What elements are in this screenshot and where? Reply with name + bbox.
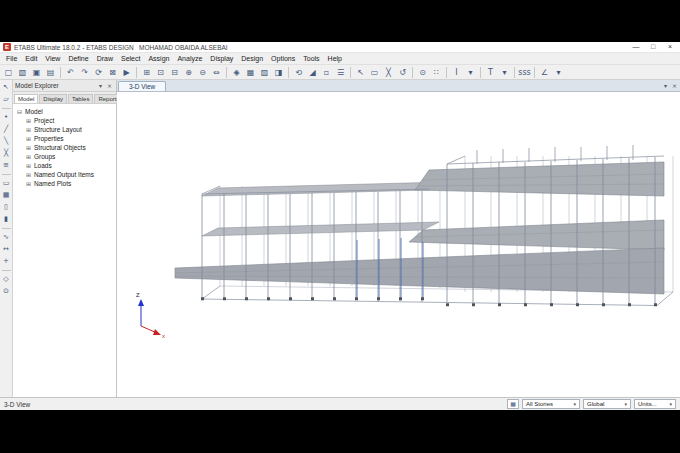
undo-icon[interactable]: ↶ [64, 66, 77, 79]
tree-item[interactable]: ⊞ Properties [25, 134, 116, 143]
menu-item[interactable]: Select [117, 55, 144, 62]
menu-item[interactable]: Analyze [173, 55, 206, 62]
tree-expand-icon[interactable]: ⊞ [25, 171, 32, 178]
viewtab-menu-button[interactable]: ▾ [661, 82, 670, 89]
tree-expand-icon[interactable]: ⊞ [25, 126, 32, 133]
pointer-tool-icon[interactable]: ↖ [0, 82, 12, 93]
tree-collapse-icon[interactable]: ⊟ [16, 108, 23, 115]
run-analysis-icon[interactable]: ▶ [120, 66, 133, 79]
menu-item[interactable]: Display [206, 55, 237, 62]
select-all-icon[interactable]: ▭ [368, 66, 381, 79]
redo-icon[interactable]: ↷ [78, 66, 91, 79]
coord-system-dropdown[interactable]: Global ▾ [583, 399, 631, 409]
refresh-window-icon[interactable]: ⟳ [92, 66, 105, 79]
snap-to-points-icon[interactable]: ⊙ [416, 66, 429, 79]
quick-draw-braces-icon[interactable]: ╳ [0, 148, 12, 159]
tree-expand-icon[interactable]: ⊞ [25, 162, 32, 169]
draw-floor-icon[interactable]: ▭ [0, 178, 12, 189]
draw-links-icon[interactable]: ∿ [0, 232, 12, 243]
angle-caret-icon[interactable]: ▾ [552, 66, 565, 79]
explorer-tab[interactable]: Tables [68, 94, 93, 103]
tree-item[interactable]: ⊞ Structural Objects [25, 143, 116, 152]
new-model-icon[interactable]: ▢ [2, 66, 15, 79]
select-pointer-icon[interactable]: ↖ [354, 66, 367, 79]
units-button[interactable]: Units... ▾ [634, 399, 676, 409]
quick-draw-wall-icon[interactable]: ▮ [0, 214, 12, 225]
tree-item[interactable]: ⊞ Groups [25, 152, 116, 161]
maximize-button[interactable]: □ [646, 42, 660, 52]
tree-expand-icon[interactable]: ⊞ [25, 144, 32, 151]
previous-zoom-icon[interactable]: ⊟ [168, 66, 181, 79]
tree-item[interactable]: ⊞ Project [25, 116, 116, 125]
menu-item[interactable]: Design [237, 55, 267, 62]
named-view-icon[interactable]: ◨ [272, 66, 285, 79]
save-model-icon[interactable]: ▣ [30, 66, 43, 79]
explorer-menu-button[interactable]: ▾ [96, 82, 105, 89]
previous-selection-icon[interactable]: ↺ [396, 66, 409, 79]
draw-reference-point-icon[interactable]: + [0, 256, 12, 267]
clear-selection-icon[interactable]: ╳ [382, 66, 395, 79]
snap-to-grid-icon[interactable]: ∷ [430, 66, 443, 79]
sss-display-icon[interactable]: sss [518, 66, 531, 79]
display-options-icon[interactable]: ☰ [334, 66, 347, 79]
zoom-out-icon[interactable]: ⊖ [196, 66, 209, 79]
measure-tool-icon[interactable]: ⊙ [0, 286, 12, 297]
tree-expand-icon[interactable]: ⊞ [25, 180, 32, 187]
menu-item[interactable]: File [2, 55, 21, 62]
quick-draw-frame-icon[interactable]: ╲ [0, 136, 12, 147]
three-d-view-icon[interactable]: ◈ [230, 66, 243, 79]
reshape-tool-icon[interactable]: ▱ [0, 94, 12, 105]
rubber-band-zoom-icon[interactable]: ⊞ [140, 66, 153, 79]
minimize-button[interactable]: — [629, 42, 643, 52]
perspective-toggle-icon[interactable]: ◢ [306, 66, 319, 79]
open-model-icon[interactable]: ▧ [16, 66, 29, 79]
menu-item[interactable]: Help [324, 55, 346, 62]
elevation-view-icon[interactable]: ▨ [258, 66, 271, 79]
tree-expand-icon[interactable]: ⊞ [25, 117, 32, 124]
draw-frame-icon[interactable]: ╱ [0, 124, 12, 135]
tree-root[interactable]: ⊟ Model [16, 107, 116, 116]
lock-model-icon[interactable]: ⊠ [106, 66, 119, 79]
print-icon[interactable]: ▤ [44, 66, 57, 79]
quick-draw-secondary-beams-icon[interactable]: ≡ [0, 160, 12, 171]
quick-draw-floor-icon[interactable]: ▦ [0, 190, 12, 201]
t-section-icon[interactable]: T [484, 66, 497, 79]
stories-grid-icon[interactable]: ▦ [507, 399, 519, 409]
explorer-tab[interactable]: Model [14, 94, 38, 103]
tree-item[interactable]: ⊞ Named Output Items [25, 170, 116, 179]
explorer-tab[interactable]: Display [39, 94, 67, 103]
i-section-caret-icon[interactable]: ▾ [464, 66, 477, 79]
close-button[interactable]: × [663, 42, 677, 52]
zoom-in-icon[interactable]: ⊕ [182, 66, 195, 79]
menu-item[interactable]: Draw [93, 55, 117, 62]
tree-item[interactable]: ⊞ Named Plots [25, 179, 116, 188]
tree-expand-icon[interactable]: ⊞ [25, 135, 32, 142]
i-section-icon[interactable]: I [450, 66, 463, 79]
menu-item[interactable]: Define [64, 55, 92, 62]
object-shrink-icon[interactable]: ▫ [320, 66, 333, 79]
menu-item[interactable]: Edit [21, 55, 41, 62]
tree-item[interactable]: ⊞ Structure Layout [25, 125, 116, 134]
menu-item[interactable]: Assign [144, 55, 173, 62]
draw-dimension-icon[interactable]: ↔ [0, 244, 12, 255]
tab-3d-view[interactable]: 3-D View [118, 81, 166, 91]
stories-dropdown[interactable]: All Stories ▾ [522, 399, 580, 409]
workspace: ↖▱•╱╲╳≡▭▦▯▮∿↔+◇⊙ Model Explorer ▾ × Mode… [0, 80, 680, 397]
angle-icon[interactable]: ∠ [538, 66, 551, 79]
restore-full-view-icon[interactable]: ⊡ [154, 66, 167, 79]
t-section-caret-icon[interactable]: ▾ [498, 66, 511, 79]
rotate-3d-view-icon[interactable]: ⟲ [292, 66, 305, 79]
tree-expand-icon[interactable]: ⊞ [25, 153, 32, 160]
menu-item[interactable]: Tools [299, 55, 323, 62]
menu-item[interactable]: View [41, 55, 64, 62]
viewtab-close-button[interactable]: × [670, 82, 679, 89]
draw-wall-icon[interactable]: ▯ [0, 202, 12, 213]
tree-item[interactable]: ⊞ Loads [25, 161, 116, 170]
plan-view-icon[interactable]: ▦ [244, 66, 257, 79]
model-canvas[interactable]: Z x [117, 92, 680, 397]
draw-joint-icon[interactable]: • [0, 112, 12, 123]
explorer-close-button[interactable]: × [105, 82, 114, 89]
pan-icon[interactable]: ⇔ [210, 66, 223, 79]
menu-item[interactable]: Options [267, 55, 299, 62]
select-polygon-icon[interactable]: ◇ [0, 274, 12, 285]
